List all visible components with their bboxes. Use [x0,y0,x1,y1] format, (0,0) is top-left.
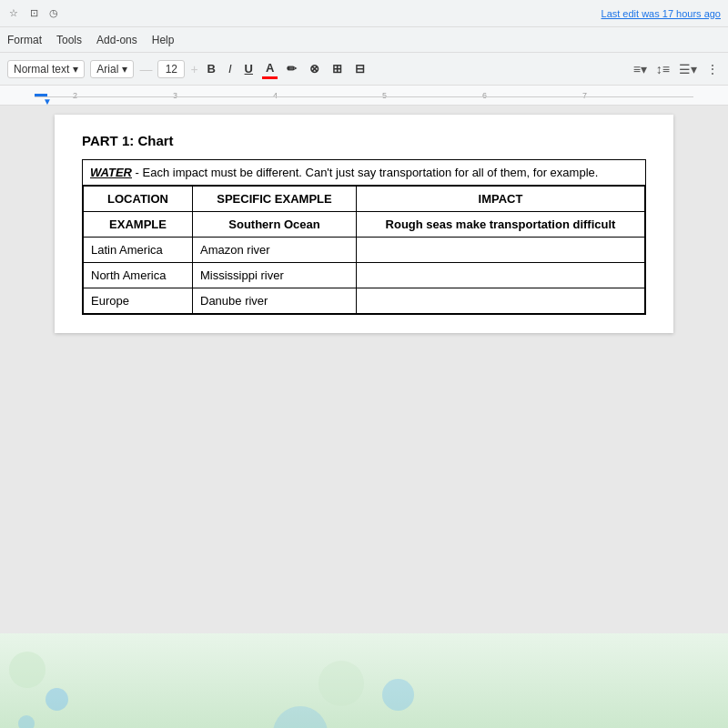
header-location: LOCATION [84,187,193,212]
document-table-wrapper: WATER - Each impact must be different. C… [82,159,646,315]
bold-button[interactable]: B [204,60,219,77]
green-background-area: PHYSICAL FEATURES Each impact must be di… [0,633,728,728]
ruler: ▼ 2 3 4 5 6 7 [0,86,728,106]
menu-addons[interactable]: Add-ons [96,34,137,46]
ruler-mark-6: 6 [482,91,487,100]
text-style-arrow: ▾ [73,63,78,76]
row1-specific[interactable]: Amazon river [193,238,357,263]
clipboard-icon[interactable]: ⊡ [27,7,40,20]
font-arrow: ▾ [122,63,127,76]
bubble-3 [18,715,35,728]
example-row: EXAMPLE Southern Ocean Rough seas make t… [84,212,645,238]
menu-format[interactable]: Format [7,34,42,46]
font-color-button[interactable]: A [262,59,278,79]
comment-button[interactable]: ⊞ [329,60,346,77]
ruler-mark-4: 4 [273,91,278,100]
row3-specific[interactable]: Danube river [193,288,357,314]
document-area: PART 1: Chart WATER - Each impact must b… [0,106,728,633]
image-button[interactable]: ⊟ [351,60,369,77]
example-location[interactable]: EXAMPLE [84,212,193,238]
bubble-6 [273,706,328,728]
bubble-2 [46,688,68,711]
ruler-mark-5: 5 [382,91,387,100]
italic-button[interactable]: I [225,60,236,77]
star-icon[interactable]: ☆ [7,7,20,20]
last-edit-text: Last edit was 17 hours ago [602,8,721,19]
table-row[interactable]: Latin America Amazon river [84,238,645,263]
line-spacing-icon[interactable]: ↕≡ [654,60,672,78]
text-style-dropdown[interactable]: Normal text ▾ [7,60,85,78]
toolbar: Normal text ▾ Arial ▾ — 12 + B I U A ✏ ⊗… [0,53,728,86]
ruler-line [35,96,693,97]
row2-specific[interactable]: Mississippi river [193,263,357,288]
bubble-5 [318,661,364,706]
water-note: - Each impact must be different. Can't j… [136,166,599,179]
font-size[interactable]: 12 [157,60,185,78]
main-table: LOCATION SPECIFIC EXAMPLE IMPACT EXAMPLE… [83,186,645,314]
row3-location[interactable]: Europe [84,288,193,314]
header-impact: IMPACT [357,187,645,212]
table-header-row: LOCATION SPECIFIC EXAMPLE IMPACT [84,187,645,212]
ruler-mark-7: 7 [582,91,587,100]
link-button[interactable]: ⊗ [306,60,323,77]
align-icon[interactable]: ≡▾ [632,60,649,78]
separator-2: + [190,62,197,76]
bubble-1 [9,652,46,688]
header-specific-example: SPECIFIC EXAMPLE [193,187,357,212]
table-row[interactable]: North America Mississippi river [84,263,645,288]
ruler-mark-3: 3 [173,91,177,100]
example-specific[interactable]: Southern Ocean [193,212,357,238]
font-dropdown[interactable]: Arial ▾ [90,60,134,78]
ruler-mark-2: 2 [73,91,77,100]
separator-1: — [139,62,152,76]
row2-location[interactable]: North America [84,263,193,288]
bubble-7 [382,679,414,711]
row1-impact[interactable] [357,238,645,263]
example-impact[interactable]: Rough seas make transportation difficult [357,212,645,238]
more-icon[interactable]: ⋮ [704,60,721,78]
menu-help[interactable]: Help [152,34,175,46]
pencil-icon[interactable]: ✏ [283,60,300,77]
row3-impact[interactable] [357,288,645,314]
part-title: PART 1: Chart [82,133,646,148]
chrome-bar: ☆ ⊡ ◷ Last edit was 17 hours ago [0,0,728,27]
document-inner[interactable]: PART 1: Chart WATER - Each impact must b… [55,115,673,333]
row1-location[interactable]: Latin America [84,238,193,263]
underline-button[interactable]: U [241,60,257,77]
text-style-label: Normal text [14,63,69,76]
font-label: Arial [96,63,118,76]
menu-tools[interactable]: Tools [56,34,82,46]
list-icon[interactable]: ☰▾ [677,60,699,78]
water-label: WATER [90,166,132,179]
history-icon[interactable]: ◷ [47,7,60,20]
table-row[interactable]: Europe Danube river [84,288,645,314]
row2-impact[interactable] [357,263,645,288]
menu-bar: Format Tools Add-ons Help [0,27,728,53]
water-instruction-row: WATER - Each impact must be different. C… [83,160,645,186]
